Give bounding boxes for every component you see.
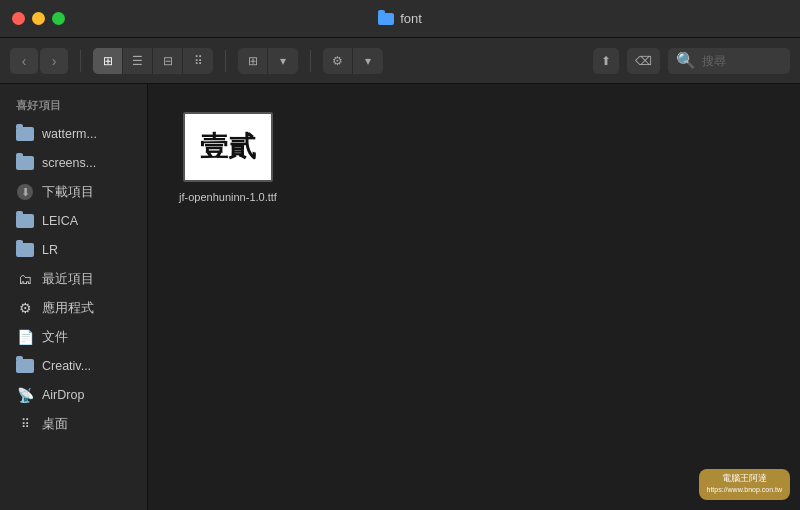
forward-button[interactable]: › — [40, 48, 68, 74]
separator-3 — [310, 50, 311, 72]
arrange-dropdown[interactable]: ▾ — [268, 48, 298, 74]
gear-btns: ⚙ ▾ — [323, 48, 383, 74]
sidebar-item-docs[interactable]: 📄 文件 — [4, 323, 143, 351]
font-preview: 壹貳 — [183, 112, 273, 182]
sidebar-label-docs: 文件 — [42, 329, 68, 346]
toolbar: ‹ › ⊞ ☰ ⊟ ⠿ ⊞ ▾ ⚙ ▾ ⬆ ⌫ 🔍 — [0, 38, 800, 84]
sidebar-label-apps: 應用程式 — [42, 300, 94, 317]
airdrop-icon: 📡 — [16, 386, 34, 404]
folder-icon-creative — [16, 357, 34, 375]
apps-icon: ⚙ — [16, 299, 34, 317]
title-folder-icon — [378, 13, 394, 25]
main-area: 喜好項目 watterm... screens... ⬇ 下載項目 LEICA — [0, 84, 800, 510]
separator-1 — [80, 50, 81, 72]
share-button[interactable]: ⬆ — [593, 48, 619, 74]
sidebar-label-recent: 最近項目 — [42, 271, 94, 288]
view-list-btn[interactable]: ☰ — [123, 48, 153, 74]
sidebar-label-lr: LR — [42, 243, 58, 257]
sidebar-item-creative[interactable]: Creativ... — [4, 352, 143, 380]
window-title: font — [378, 11, 422, 26]
desktop-icon: ⠿ — [16, 415, 34, 433]
folder-icon-leica — [16, 212, 34, 230]
delete-button[interactable]: ⌫ — [627, 48, 660, 74]
gear-dropdown[interactable]: ▾ — [353, 48, 383, 74]
sidebar-item-apps[interactable]: ⚙ 應用程式 — [4, 294, 143, 322]
file-item-jf-font[interactable]: 壹貳 jf-openhuninn-1.0.ttf — [168, 104, 288, 213]
sidebar-label-desktop: 桌面 — [42, 416, 68, 433]
sidebar-label-airdrop: AirDrop — [42, 388, 84, 402]
gear-button[interactable]: ⚙ — [323, 48, 353, 74]
sidebar-item-screens[interactable]: screens... — [4, 149, 143, 177]
recent-icon: 🗂 — [16, 270, 34, 288]
minimize-button[interactable] — [32, 12, 45, 25]
search-box[interactable]: 🔍 — [668, 48, 790, 74]
sidebar-label-leica: LEICA — [42, 214, 78, 228]
arrange-btn[interactable]: ⊞ — [238, 48, 268, 74]
nav-buttons: ‹ › — [10, 48, 68, 74]
sidebar-label-screens: screens... — [42, 156, 96, 170]
traffic-lights — [12, 12, 65, 25]
separator-2 — [225, 50, 226, 72]
titlebar: font — [0, 0, 800, 38]
search-icon: 🔍 — [676, 51, 696, 70]
folder-icon-screens — [16, 154, 34, 172]
sidebar-item-lr[interactable]: LR — [4, 236, 143, 264]
view-buttons-group: ⊞ ☰ ⊟ ⠿ — [93, 48, 213, 74]
font-preview-text: 壹貳 — [200, 128, 256, 166]
folder-icon-watterm — [16, 125, 34, 143]
view-gallery-btn[interactable]: ⠿ — [183, 48, 213, 74]
group-view-btns: ⊞ ▾ — [238, 48, 298, 74]
back-button[interactable]: ‹ — [10, 48, 38, 74]
title-text: font — [400, 11, 422, 26]
close-button[interactable] — [12, 12, 25, 25]
sidebar-item-leica[interactable]: LEICA — [4, 207, 143, 235]
sidebar-item-downloads[interactable]: ⬇ 下載項目 — [4, 178, 143, 206]
view-columns-btn[interactable]: ⊟ — [153, 48, 183, 74]
maximize-button[interactable] — [52, 12, 65, 25]
watermark: 電腦王阿達https://www.bnop.con.tw — [699, 469, 790, 500]
sidebar-item-waterm[interactable]: watterm... — [4, 120, 143, 148]
view-icon-btn[interactable]: ⊞ — [93, 48, 123, 74]
doc-icon: 📄 — [16, 328, 34, 346]
sidebar-label-watterm: watterm... — [42, 127, 97, 141]
sidebar-item-airdrop[interactable]: 📡 AirDrop — [4, 381, 143, 409]
search-input[interactable] — [702, 54, 782, 68]
sidebar-section-label: 喜好項目 — [0, 94, 147, 119]
file-area: 壹貳 jf-openhuninn-1.0.ttf 電腦王阿達https://ww… — [148, 84, 800, 510]
sidebar: 喜好項目 watterm... screens... ⬇ 下載項目 LEICA — [0, 84, 148, 510]
file-name: jf-openhuninn-1.0.ttf — [179, 190, 277, 205]
sidebar-label-creative: Creativ... — [42, 359, 91, 373]
sidebar-item-recent[interactable]: 🗂 最近項目 — [4, 265, 143, 293]
folder-icon-lr — [16, 241, 34, 259]
sidebar-label-downloads: 下載項目 — [42, 184, 94, 201]
sidebar-item-desktop[interactable]: ⠿ 桌面 — [4, 410, 143, 438]
download-icon: ⬇ — [16, 183, 34, 201]
watermark-text: 電腦王阿達https://www.bnop.con.tw — [707, 473, 782, 496]
